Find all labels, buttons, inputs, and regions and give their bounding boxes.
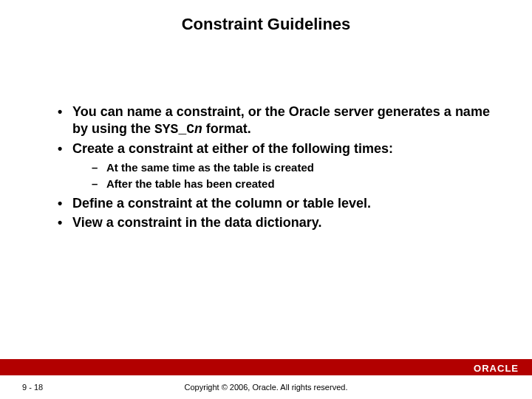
bullet-2: Create a constraint at either of the fol… [52,140,495,191]
bullet-1: You can name a constraint, or the Oracle… [52,103,495,139]
bullet-3: Define a constraint at the column or tab… [52,195,495,212]
slide-title: Constraint Guidelines [0,15,532,34]
copyright-text: Copyright © 2006, Oracle. All rights res… [0,383,532,392]
bullet-1-code-italic: n [194,122,202,137]
slide: Constraint Guidelines You can name a con… [0,0,532,399]
sub-bullet-2a: At the same time as the table is created [72,160,495,175]
oracle-logo: ORACLE [474,363,519,374]
bullet-1-text-pre: You can name a constraint, or the Oracle… [72,104,490,136]
slide-body: You can name a constraint, or the Oracle… [52,103,495,233]
sub-bullet-2b: After the table has been created [72,177,495,191]
footer-bar [0,359,532,375]
bullet-1-code: SYS_C [154,122,194,137]
bullet-1-text-post: format. [202,121,251,136]
bullet-4: View a constraint in the data dictionary… [52,214,495,231]
bullet-list: You can name a constraint, or the Oracle… [52,103,495,231]
bullet-2-text: Create a constraint at either of the fol… [72,141,393,156]
sub-bullet-list: At the same time as the table is created… [72,160,495,191]
